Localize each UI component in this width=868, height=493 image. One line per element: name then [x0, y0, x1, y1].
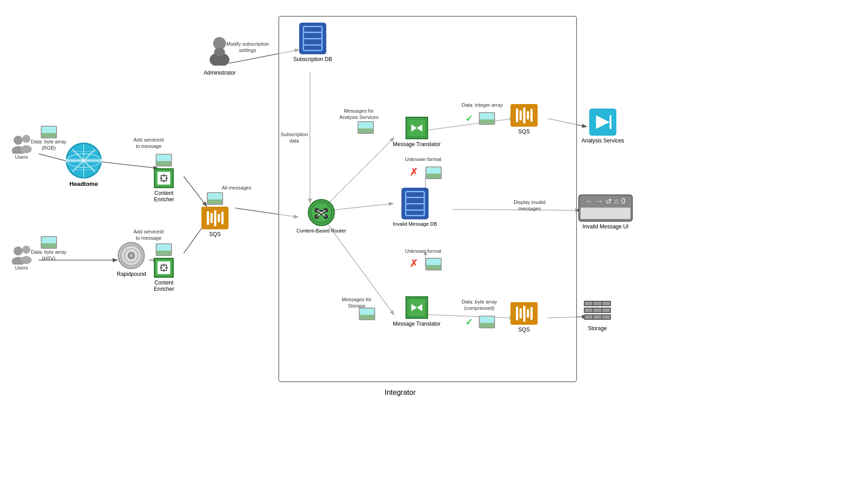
db-line-1 [304, 32, 321, 33]
sqs-main-icon [201, 207, 229, 229]
invalid-ui-icon: ← → ↺ ⌂ 0 [578, 194, 633, 222]
crossmark-top: ✗ [410, 166, 418, 178]
sqs-top-label: SQS [518, 128, 529, 135]
storage-icon [584, 301, 611, 323]
subscription-db-icon [299, 23, 326, 54]
browser-bar: ← → ↺ ⌂ 0 [586, 197, 625, 206]
check-bottom-icon: ✓ [465, 317, 473, 327]
msg-icon-x-top [425, 166, 442, 179]
diagram: Integrator Administrator Subscription DB [0, 0, 868, 493]
content-router-label: Content-Based Router [296, 228, 346, 233]
router-svg [310, 201, 333, 224]
invalid-ui-label: Invalid Message UI [582, 223, 629, 230]
msg-translator-bottom-label: Message Translator [393, 321, 440, 327]
svg-point-45 [129, 254, 133, 257]
all-messages-label: All messages [222, 185, 251, 191]
subscription-db-label: Subscription DB [293, 56, 332, 62]
headtome-node: Headtome [66, 142, 102, 187]
users-top-label: Users [15, 154, 28, 160]
add-serviceid-bottom-label: Add serviceIdto message [134, 228, 164, 242]
content-router-node: Content-Based Router [296, 199, 346, 233]
crossmark-bottom: ✗ [410, 258, 418, 270]
globe-svg [66, 142, 102, 179]
enricher-bottom-icon [154, 258, 174, 278]
invalid-msg-db-node: Invalid Message DB [393, 188, 437, 227]
enricher-bottom-label: ContentEnricher [154, 280, 174, 292]
data-hsv-icon [41, 236, 57, 249]
msg-icon-x-bottom [425, 258, 442, 270]
sqs-bottom-label: SQS [518, 327, 529, 333]
msg-icon-check-bottom [479, 316, 495, 328]
sqs-main-node: SQS [201, 192, 229, 237]
check-top-icon: ✓ [465, 113, 473, 124]
storage-node: Storage [584, 301, 611, 332]
enricher-top-icon [154, 168, 174, 188]
sqs-bottom-node: SQS [510, 302, 538, 333]
data-rgb-label: Data: byte array(RGB) [27, 126, 70, 152]
users-bottom-label: Users [15, 265, 28, 271]
data-integer-label: Data: integer array [462, 102, 503, 108]
unknown-format-top-label: Unknown format [405, 156, 441, 162]
enricher-top-label: ContentEnricher [154, 190, 174, 203]
rapidpound-label: Rapidpound [117, 271, 146, 277]
check-top-img [479, 112, 495, 125]
rapidpound-node: Rapidpound [117, 242, 146, 277]
storage-label: Storage [588, 325, 607, 332]
sqs-main-label: SQS [209, 231, 220, 237]
msg-icon-storage [359, 308, 375, 320]
display-invalid-label: Display invalidmessages [514, 199, 545, 212]
db-line-2 [304, 38, 321, 39]
add-serviceid-top-label: Add serviceIdto message [134, 137, 164, 150]
svg-point-21 [214, 47, 225, 57]
msg-translator-bottom-icon [405, 296, 428, 319]
analysis-services-node: Analysis Services [582, 109, 624, 144]
headtome-globe-icon [66, 142, 102, 179]
msg-icon-analysis [358, 121, 374, 134]
data-rgb-text: Data: byte array(RGB) [31, 138, 66, 152]
msg-icon-check-top [479, 112, 495, 125]
storage-msg-img [359, 308, 375, 320]
db-cylinder [303, 26, 323, 51]
sqs-main-msg-icon [207, 192, 223, 205]
invalid-db-cylinder [405, 191, 425, 216]
data-hsv-text: Data: byte array(HSV) [31, 249, 66, 262]
invalid-db-icon [401, 188, 429, 219]
modify-subscription-label: Modify subscriptionsettings [226, 41, 269, 54]
invalid-db-line-2 [406, 203, 424, 204]
checkmark-top: ✓ [465, 113, 473, 124]
check-bottom-img [479, 316, 495, 328]
messages-analysis-label: Messages forAnalysis Services [339, 108, 378, 121]
red-x-top: ✗ [410, 166, 418, 178]
content-router-icon [308, 199, 335, 226]
enricher-top-node: ContentEnricher [154, 154, 174, 203]
enricher-bottom-inner-svg [159, 263, 168, 272]
administrator-label: Administrator [204, 70, 236, 76]
msg-translator-top-icon [405, 117, 428, 139]
analysis-svg [591, 111, 614, 133]
data-rgb-icon [41, 126, 57, 138]
red-x-bottom: ✗ [410, 258, 418, 270]
svg-point-22 [14, 136, 23, 145]
sqs-top-node: SQS [510, 104, 538, 135]
headtome-label: Headtome [70, 180, 98, 187]
msg-translator-bottom-node: Message Translator [393, 296, 440, 327]
subscription-data-label: Subscriptiondata [281, 131, 308, 144]
rapidpound-svg [120, 244, 143, 267]
rapidpound-icon [118, 242, 145, 269]
analysis-services-icon [589, 109, 616, 136]
sqs-top-icon [510, 104, 538, 127]
svg-point-39 [14, 246, 23, 256]
msg-translator-top-label: Message Translator [393, 141, 440, 147]
db-line-3 [304, 44, 321, 46]
svg-line-1 [102, 162, 157, 168]
unknown-format-bottom-label: Unknown format [405, 248, 441, 254]
x-top-img [425, 166, 442, 179]
sqs-bottom-icon [510, 302, 538, 325]
data-hsv-label: Data: byte array(HSV) [27, 236, 70, 262]
enricher-inner-svg [159, 174, 168, 183]
translator-top-svg [408, 119, 426, 137]
invalid-ui-node: ← → ↺ ⌂ 0 Invalid Message UI [578, 194, 633, 230]
analysis-services-label: Analysis Services [582, 137, 624, 144]
enricher-top-msg-icon [156, 154, 172, 166]
x-bottom-img [425, 258, 442, 270]
